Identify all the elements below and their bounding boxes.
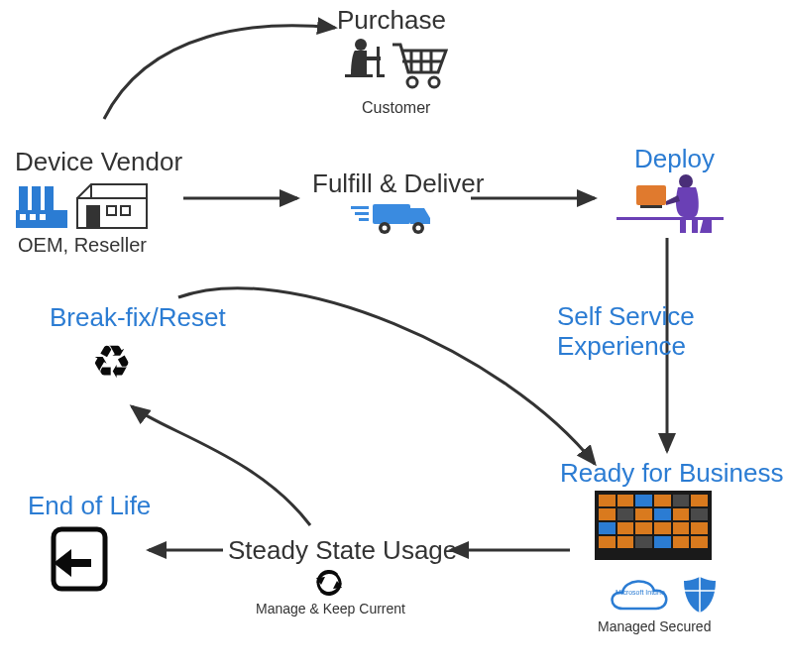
arrow-breakfix-to-ready [178,288,595,464]
shield-icon [682,575,718,615]
svg-point-11 [355,39,367,51]
ready-title: Ready for Business [560,458,783,489]
recycle-icon: ♻ [91,335,132,389]
selfservice-line1: Self Service [557,301,695,331]
svg-rect-28 [640,205,662,208]
vendor-title: Device Vendor [15,147,182,177]
svg-point-22 [416,226,421,231]
svg-rect-13 [345,74,373,77]
svg-point-17 [429,77,439,87]
diagram-canvas: { "nodes": { "vendor": {"title": "Device… [0,0,785,672]
svg-rect-30 [680,217,686,233]
arrow-vendor-to-purchase [104,26,335,119]
delivery-truck-icon [347,198,436,242]
ready-sub: Managed Secured [598,618,711,634]
start-menu-icon [595,491,712,560]
svg-rect-10 [121,206,130,215]
purchase-sub: Customer [362,99,430,117]
selfservice-label: Self Service Experience [557,302,716,362]
deploy-user-icon [611,173,729,243]
steady-sub: Manage & Keep Current [256,601,405,616]
svg-rect-3 [45,186,54,210]
customer-cart-icon [339,35,458,98]
vendor-sub: OEM, Reseller [18,234,147,257]
svg-point-16 [407,77,417,87]
svg-rect-6 [40,214,46,220]
svg-point-20 [383,226,388,231]
svg-rect-4 [20,214,26,220]
svg-rect-5 [30,214,36,220]
intune-cloud-icon [603,575,674,618]
svg-rect-9 [107,206,116,215]
svg-rect-23 [351,206,369,209]
selfservice-line2: Experience [557,331,686,361]
return-box-icon [48,523,111,595]
deploy-title: Deploy [634,144,715,174]
arrow-steady-to-breakfix [132,406,310,525]
breakfix-title: Break-fix/Reset [50,302,226,333]
eol-title: End of Life [28,491,151,521]
svg-rect-24 [355,212,369,215]
intune-label: Microsoft Intune [616,589,665,596]
svg-rect-25 [359,218,369,221]
steady-title: Steady State Usage [228,535,457,566]
purchase-title: Purchase [337,5,446,36]
svg-rect-15 [377,74,385,77]
svg-rect-1 [19,186,28,210]
svg-rect-8 [87,206,99,228]
svg-rect-27 [636,185,666,205]
svg-rect-18 [373,204,410,224]
svg-rect-14 [377,47,380,76]
fulfill-title: Fulfill & Deliver [312,168,484,199]
svg-rect-2 [32,186,41,210]
svg-rect-31 [692,217,698,233]
svg-point-29 [679,174,693,188]
sync-icon [313,567,345,599]
factory-icon [16,176,165,232]
